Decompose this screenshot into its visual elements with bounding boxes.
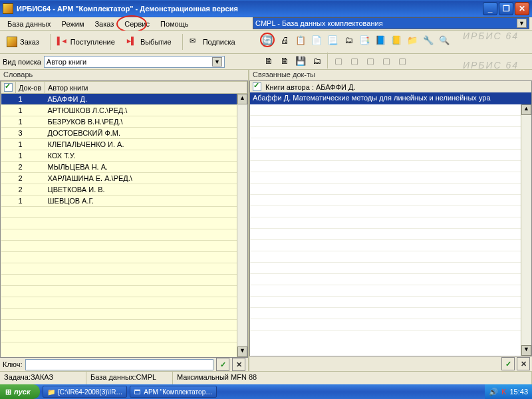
paste-icon[interactable]: 📄 — [311, 34, 323, 46]
col-author-header[interactable]: Автор книги — [45, 82, 247, 94]
arrow-in-icon: ▌◂ — [57, 37, 68, 47]
dictionary-scrollbar[interactable]: ▲ ▼ — [237, 94, 247, 357]
menu-help[interactable]: Помощь — [155, 19, 194, 29]
left-pane-label: Словарь — [0, 70, 248, 80]
tray-icon[interactable]: 🔊 — [489, 388, 498, 396]
tray-icon[interactable]: K — [501, 388, 506, 396]
table-row[interactable]: 2 МЫЛЬЦЕВА Н. А. — [1, 162, 247, 173]
start-button[interactable]: ⊞ пуск — [0, 384, 40, 399]
table-row — [1, 241, 247, 252]
table-row[interactable]: 1 АРТЮШКОВ Л.С.\РЕД.\ — [1, 105, 247, 116]
related-row[interactable]: Абаффи Д. Математические методы для лине… — [249, 92, 532, 104]
table-row[interactable]: 2 ЦВЕТКОВА И. В. — [1, 184, 247, 196]
menu-bar: База данных Режим Заказ Сервис Помощь CM… — [0, 17, 532, 31]
disabled-icon: ▢ — [348, 55, 360, 66]
window-buttons: _ ❐ ✕ — [483, 2, 529, 15]
table-row — [1, 263, 247, 275]
table-row[interactable]: 2 ХАРЛАШИНА Е. А.\РЕД.\ — [1, 173, 247, 184]
copy-icon[interactable]: 📋 — [295, 34, 307, 46]
stack2-icon[interactable]: 🗂 — [311, 55, 323, 66]
chevron-down-icon[interactable]: ▼ — [517, 19, 527, 28]
menu-service[interactable]: Сервис — [119, 19, 155, 29]
col-check-header[interactable] — [1, 82, 16, 94]
toolbar-separator — [50, 34, 51, 50]
secondary-toolbar: 🗎 🗎 💾 🗂 ▢ ▢ ▢ ▢ ▢ — [258, 53, 413, 68]
col-count-header[interactable]: Док-ов — [16, 82, 45, 94]
main-toolbar: Заказ ▌◂ Поступление ▸▌ Выбытие ✉ Подпис… — [0, 31, 532, 54]
table-row[interactable]: 1 КОХ Т.У. — [1, 150, 247, 162]
taskbar-item[interactable]: 📁 {C:\IR64-2008(3)\IR… — [43, 386, 128, 398]
taskbar-item-label: АРМ "Комплектатор… — [144, 388, 212, 396]
menu-order[interactable]: Заказ — [89, 19, 119, 29]
close-button[interactable]: ✕ — [515, 2, 529, 15]
folder-icon[interactable]: 📁 — [406, 34, 418, 46]
receipt-button[interactable]: ▌◂ Поступление — [53, 34, 119, 50]
table-row — [1, 252, 247, 263]
related-scrollbar[interactable]: ▲ ▼ — [521, 104, 531, 356]
database-combo[interactable]: CMPL - База данных комплектования ▼ — [253, 17, 529, 29]
chevron-down-icon[interactable]: ▼ — [212, 57, 222, 66]
order-label: Заказ — [20, 38, 39, 46]
toolbar-separator — [182, 34, 183, 50]
right-pane: Связанные док-ты Книги автора : АБАФФИ Д… — [249, 70, 532, 371]
windows-logo-icon: ⊞ — [5, 388, 11, 396]
cart-icon — [7, 37, 17, 47]
disabled-icon: ▢ — [380, 55, 392, 66]
print-icon[interactable]: 🖨 — [279, 34, 291, 46]
refresh-icon[interactable]: 🔄 — [260, 33, 275, 47]
minimize-button[interactable]: _ — [483, 2, 497, 15]
menu-database[interactable]: База данных — [2, 19, 57, 29]
right-toolbar: 🔄 🖨 📋 📄 📃 🗂 📑 📘 📒 📁 🔧 🔍 — [258, 33, 452, 47]
stack-icon[interactable]: 🗂 — [342, 34, 354, 46]
right-pane-label: Связанные док-ты — [249, 70, 532, 80]
window-title: ИРБИС64 - АРМ "Комплектатор" - Демонстра… — [17, 5, 483, 13]
dictionary-grid[interactable]: Док-ов Автор книги 1 АБАФФИ Д. 1 АРТЮШКО… — [0, 80, 248, 358]
book-icon[interactable]: 📘 — [374, 34, 386, 46]
search-type-value: Автор книги — [47, 58, 86, 66]
scroll-up-icon[interactable]: ▲ — [237, 94, 247, 104]
tool-icon[interactable]: 🔧 — [422, 34, 434, 46]
key-apply-button[interactable]: ✓ — [216, 358, 229, 371]
maximize-button[interactable]: ❐ — [499, 2, 513, 15]
scroll-up-icon[interactable]: ▲ — [521, 104, 531, 115]
disposal-button[interactable]: ▸▌ Выбытие — [123, 34, 176, 50]
title-bar: ИРБИС64 - АРМ "Комплектатор" - Демонстра… — [0, 0, 532, 17]
disabled-icon: ▢ — [396, 55, 408, 66]
taskbar-item[interactable]: 🗔 АРМ "Комплектатор… — [130, 386, 217, 398]
status-bar: Задача:ЗАКАЗ База данных:CMPL Максимальн… — [0, 371, 532, 384]
key-clear-button[interactable]: ✕ — [232, 358, 245, 371]
note-icon[interactable]: 📒 — [390, 34, 402, 46]
table-row[interactable]: 1 ШЕВЦОВ А.Г. — [1, 196, 247, 207]
system-tray[interactable]: 🔊 K 15:43 — [485, 384, 532, 399]
table-row — [1, 218, 247, 229]
status-mfn: Максимальный MFN 88 — [173, 372, 532, 384]
start-label: пуск — [14, 388, 31, 396]
disabled-icon: ▢ — [332, 55, 344, 66]
toolbar-separator — [327, 53, 328, 68]
doc-icon[interactable]: 📃 — [327, 34, 338, 46]
menu-mode[interactable]: Режим — [57, 19, 90, 29]
save-doc-icon[interactable]: 💾 — [295, 55, 307, 66]
subscribe-button[interactable]: ✉ Подписка — [186, 34, 239, 50]
table-row[interactable]: 3 ДОСТОЕВСКИЙ Ф.М. — [1, 128, 247, 139]
table-row[interactable]: 1 БЕЗРУКОВ В.Н.\РЕД.\ — [1, 116, 247, 128]
check-icon — [253, 82, 261, 91]
apply-button[interactable]: ✓ — [501, 357, 515, 370]
table-row[interactable]: 1 АБАФФИ Д. — [1, 94, 247, 105]
table-row[interactable]: 1 КЛЕПАЛЬЧЕНКО И. А. — [1, 139, 247, 150]
key-input[interactable] — [25, 359, 213, 370]
scroll-down-icon[interactable]: ▼ — [237, 346, 247, 357]
page-icon[interactable]: 📑 — [358, 34, 370, 46]
search-type-combo[interactable]: Автор книги ▼ — [44, 56, 225, 68]
clock: 15:43 — [509, 388, 528, 396]
find-icon[interactable]: 🔍 — [438, 34, 450, 46]
table-row — [1, 309, 247, 320]
order-button[interactable]: Заказ — [3, 34, 43, 50]
related-list-body[interactable]: ▲ ▼ — [249, 104, 532, 356]
right-bottom-buttons: ✓ ✕ — [249, 356, 532, 371]
scroll-down-icon[interactable]: ▼ — [521, 345, 531, 356]
open-doc-icon[interactable]: 🗎 — [279, 55, 291, 66]
new-doc-icon[interactable]: 🗎 — [263, 55, 275, 66]
cancel-button[interactable]: ✕ — [517, 357, 530, 370]
mail-icon: ✉ — [190, 37, 200, 47]
